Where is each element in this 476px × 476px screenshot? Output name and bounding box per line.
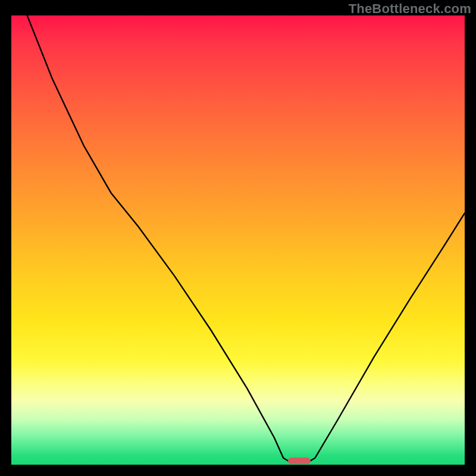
bottleneck-curve	[11, 15, 465, 465]
plot-area	[11, 15, 465, 465]
curve-path	[27, 15, 465, 462]
watermark-text: TheBottleneck.com	[349, 1, 471, 17]
chart-frame: TheBottleneck.com	[0, 0, 476, 476]
optimal-marker	[288, 458, 311, 464]
